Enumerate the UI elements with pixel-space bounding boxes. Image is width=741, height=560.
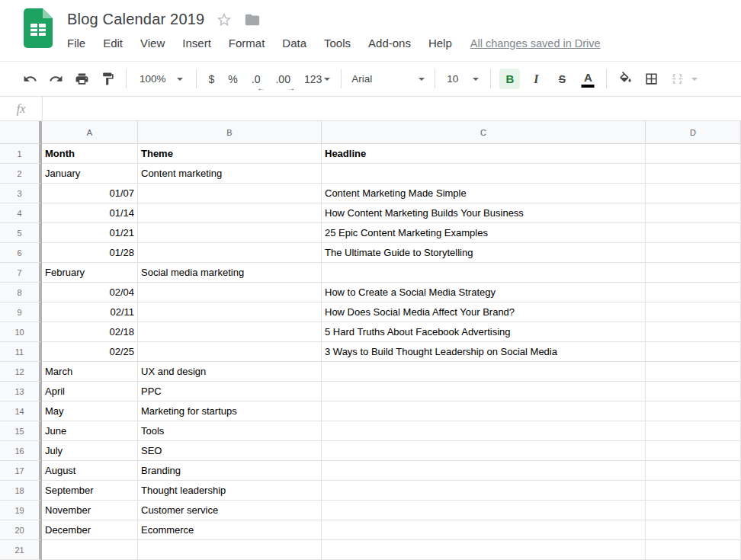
cell-C17[interactable] bbox=[322, 461, 646, 481]
cell-C4[interactable]: How Content Marketing Builds Your Busine… bbox=[322, 203, 646, 223]
cell-A9[interactable]: 02/11 bbox=[42, 302, 138, 322]
merge-cells-icon[interactable] bbox=[667, 69, 687, 90]
cell-D17[interactable] bbox=[646, 461, 741, 481]
cell-C13[interactable] bbox=[322, 382, 646, 402]
select-all-corner[interactable] bbox=[0, 121, 42, 144]
print-icon[interactable] bbox=[72, 69, 91, 90]
cell-B5[interactable] bbox=[138, 223, 322, 243]
cell-A20[interactable]: December bbox=[42, 520, 138, 540]
row-header-8[interactable]: 8 bbox=[0, 283, 42, 302]
increase-decimal-button[interactable]: .00 → bbox=[275, 73, 291, 85]
cell-B16[interactable]: SEO bbox=[138, 441, 322, 461]
row-header-7[interactable]: 7 bbox=[0, 263, 42, 283]
fill-color-icon[interactable] bbox=[615, 69, 635, 90]
row-header-6[interactable]: 6 bbox=[0, 243, 42, 263]
cell-A18[interactable]: September bbox=[42, 481, 138, 501]
cell-C11[interactable]: 3 Ways to Build Thought Leadership on So… bbox=[322, 342, 646, 362]
row-header-3[interactable]: 3 bbox=[0, 184, 42, 203]
folder-icon[interactable] bbox=[244, 11, 261, 28]
format-currency-button[interactable]: $ bbox=[209, 73, 215, 85]
cell-D18[interactable] bbox=[646, 481, 741, 501]
row-header-9[interactable]: 9 bbox=[0, 302, 42, 322]
row-header-19[interactable]: 19 bbox=[0, 501, 42, 520]
cell-D20[interactable] bbox=[646, 520, 741, 540]
menu-data[interactable]: Data bbox=[282, 37, 306, 50]
row-header-15[interactable]: 15 bbox=[0, 421, 42, 441]
cell-D13[interactable] bbox=[646, 382, 741, 402]
row-header-18[interactable]: 18 bbox=[0, 481, 42, 501]
cell-A3[interactable]: 01/07 bbox=[42, 184, 138, 203]
row-header-5[interactable]: 5 bbox=[0, 223, 42, 243]
row-header-21[interactable]: 21 bbox=[0, 540, 42, 560]
menu-file[interactable]: File bbox=[67, 37, 85, 50]
cell-B21[interactable] bbox=[138, 540, 322, 560]
cell-B14[interactable]: Marketing for startups bbox=[138, 402, 322, 421]
cell-D14[interactable] bbox=[646, 402, 741, 421]
cell-C8[interactable]: How to Create a Social Media Strategy bbox=[322, 283, 646, 302]
row-header-13[interactable]: 13 bbox=[0, 382, 42, 402]
cell-D12[interactable] bbox=[646, 362, 741, 382]
cell-A2[interactable]: January bbox=[42, 164, 138, 184]
decrease-decimal-button[interactable]: .0 ← bbox=[252, 73, 262, 85]
cell-C16[interactable] bbox=[322, 441, 646, 461]
cell-B19[interactable]: Customer service bbox=[138, 501, 322, 520]
cell-A7[interactable]: February bbox=[42, 263, 138, 283]
cell-D3[interactable] bbox=[646, 184, 741, 203]
cell-B7[interactable]: Social media marketing bbox=[138, 263, 322, 283]
cell-D4[interactable] bbox=[646, 203, 741, 223]
cell-B13[interactable]: PPC bbox=[138, 382, 322, 402]
row-header-16[interactable]: 16 bbox=[0, 441, 42, 461]
strikethrough-button[interactable]: S bbox=[552, 69, 572, 90]
cell-C21[interactable] bbox=[322, 540, 646, 560]
column-header-C[interactable]: C bbox=[322, 121, 646, 144]
cell-C2[interactable] bbox=[322, 164, 646, 184]
cell-B6[interactable] bbox=[138, 243, 322, 263]
cell-C15[interactable] bbox=[322, 421, 646, 441]
cell-D9[interactable] bbox=[646, 302, 741, 322]
document-title[interactable]: Blog Calendar 2019 bbox=[67, 11, 204, 28]
cell-B9[interactable] bbox=[138, 302, 322, 322]
cell-B3[interactable] bbox=[138, 184, 322, 203]
row-header-17[interactable]: 17 bbox=[0, 461, 42, 481]
cell-A19[interactable]: November bbox=[42, 501, 138, 520]
cell-A16[interactable]: July bbox=[42, 441, 138, 461]
cell-B18[interactable]: Thought leadership bbox=[138, 481, 322, 501]
cell-A4[interactable]: 01/14 bbox=[42, 203, 138, 223]
formula-input[interactable] bbox=[43, 97, 741, 120]
font-family-select[interactable]: Arial bbox=[347, 73, 429, 85]
cell-C9[interactable]: How Does Social Media Affect Your Brand? bbox=[322, 302, 646, 322]
cell-D21[interactable] bbox=[646, 540, 741, 560]
menu-edit[interactable]: Edit bbox=[103, 37, 123, 50]
cell-A21[interactable] bbox=[42, 540, 138, 560]
row-header-2[interactable]: 2 bbox=[0, 164, 42, 184]
column-header-B[interactable]: B bbox=[138, 121, 322, 144]
star-icon[interactable] bbox=[216, 11, 233, 28]
format-percent-button[interactable]: % bbox=[228, 73, 237, 85]
cell-A10[interactable]: 02/18 bbox=[42, 322, 138, 342]
cell-C19[interactable] bbox=[322, 501, 646, 520]
cell-D2[interactable] bbox=[646, 164, 741, 184]
cell-D7[interactable] bbox=[646, 263, 741, 283]
cell-C20[interactable] bbox=[322, 520, 646, 540]
undo-icon[interactable] bbox=[20, 69, 40, 90]
cell-A13[interactable]: April bbox=[42, 382, 138, 402]
cell-C1[interactable]: Headline bbox=[322, 144, 646, 164]
cell-B11[interactable] bbox=[138, 342, 322, 362]
borders-icon[interactable] bbox=[641, 69, 661, 90]
row-header-14[interactable]: 14 bbox=[0, 402, 42, 421]
cell-B1[interactable]: Theme bbox=[138, 144, 322, 164]
cell-C5[interactable]: 25 Epic Content Marketing Examples bbox=[322, 223, 646, 243]
cell-D19[interactable] bbox=[646, 501, 741, 520]
cell-D15[interactable] bbox=[646, 421, 741, 441]
chevron-down-icon[interactable] bbox=[691, 78, 698, 81]
cell-A6[interactable]: 01/28 bbox=[42, 243, 138, 263]
menu-view[interactable]: View bbox=[140, 37, 165, 50]
menu-format[interactable]: Format bbox=[229, 37, 265, 50]
cell-B2[interactable]: Content marketing bbox=[138, 164, 322, 184]
cell-B8[interactable] bbox=[138, 283, 322, 302]
cell-A14[interactable]: May bbox=[42, 402, 138, 421]
menu-help[interactable]: Help bbox=[428, 37, 452, 50]
cell-D5[interactable] bbox=[646, 223, 741, 243]
menu-insert[interactable]: Insert bbox=[182, 37, 211, 50]
cell-D6[interactable] bbox=[646, 243, 741, 263]
